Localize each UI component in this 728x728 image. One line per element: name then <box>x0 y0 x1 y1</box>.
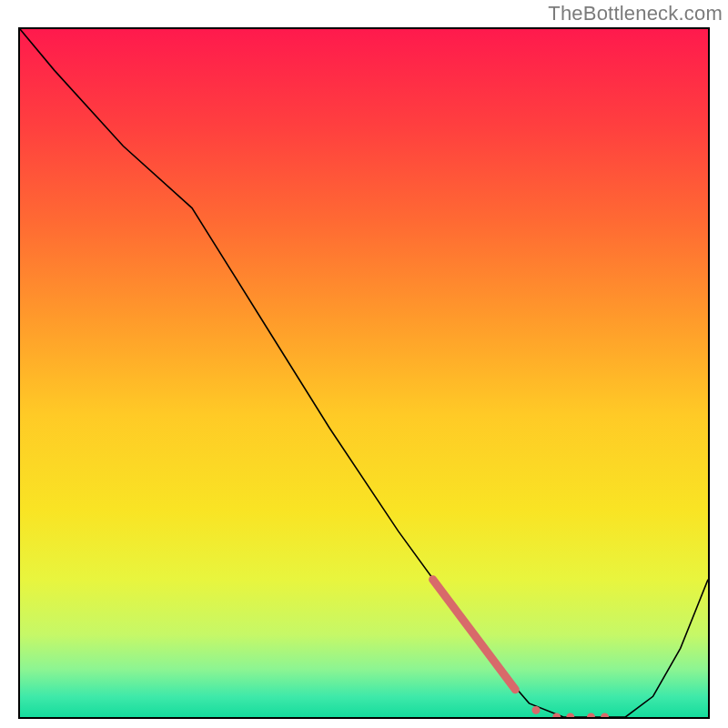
watermark-label: TheBottleneck.com <box>548 2 723 25</box>
chart-svg <box>20 29 708 717</box>
svg-point-0 <box>532 706 541 714</box>
plot-area <box>18 27 710 719</box>
background-rect <box>20 29 708 717</box>
chart-frame: TheBottleneck.com <box>0 0 728 728</box>
